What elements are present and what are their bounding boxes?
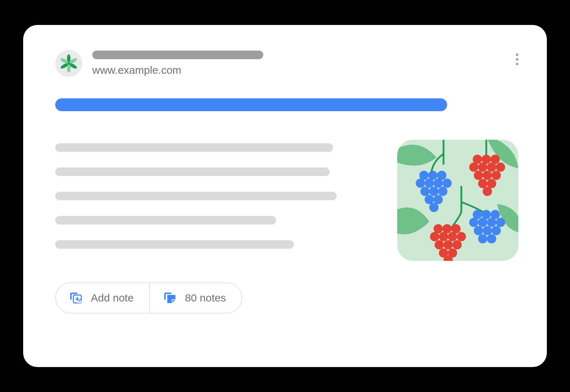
search-result-card: www.example.com bbox=[23, 25, 547, 367]
svg-point-25 bbox=[478, 163, 487, 172]
svg-point-54 bbox=[444, 240, 453, 249]
actions-bar: Add note 80 notes bbox=[55, 282, 242, 314]
add-note-label: Add note bbox=[91, 292, 134, 304]
svg-point-52 bbox=[457, 232, 466, 241]
svg-point-26 bbox=[487, 163, 496, 172]
svg-point-29 bbox=[483, 171, 492, 180]
add-note-icon bbox=[69, 292, 82, 304]
snippet-line bbox=[55, 192, 337, 200]
site-info: www.example.com bbox=[92, 51, 263, 76]
svg-point-32 bbox=[487, 179, 496, 188]
svg-point-19 bbox=[434, 195, 443, 204]
svg-point-28 bbox=[474, 171, 483, 180]
svg-point-42 bbox=[483, 226, 492, 235]
site-title-placeholder bbox=[92, 51, 263, 59]
add-note-button[interactable]: Add note bbox=[56, 283, 149, 313]
svg-point-40 bbox=[496, 218, 505, 227]
svg-point-43 bbox=[492, 226, 501, 235]
snippet-line bbox=[55, 216, 276, 225]
svg-point-16 bbox=[429, 187, 439, 196]
snippet-line bbox=[55, 240, 294, 249]
notes-icon bbox=[164, 292, 176, 304]
leaf-icon bbox=[60, 55, 78, 72]
svg-point-11 bbox=[416, 179, 425, 188]
svg-point-55 bbox=[452, 240, 462, 249]
svg-point-44 bbox=[478, 234, 487, 243]
svg-point-15 bbox=[420, 187, 430, 196]
notes-count-label: 80 notes bbox=[185, 292, 226, 304]
svg-point-49 bbox=[430, 232, 439, 241]
site-favicon bbox=[55, 50, 82, 77]
svg-point-50 bbox=[439, 232, 448, 241]
snippet-line bbox=[55, 143, 333, 152]
site-url[interactable]: www.example.com bbox=[92, 64, 263, 76]
svg-point-14 bbox=[442, 179, 452, 188]
view-notes-button[interactable]: 80 notes bbox=[149, 283, 242, 313]
svg-point-6 bbox=[68, 62, 70, 65]
result-title-placeholder[interactable] bbox=[55, 98, 447, 111]
snippet-line bbox=[55, 167, 330, 176]
result-header: www.example.com bbox=[55, 50, 518, 77]
svg-point-12 bbox=[425, 179, 434, 188]
result-body bbox=[55, 140, 518, 261]
svg-point-39 bbox=[487, 218, 496, 227]
svg-point-30 bbox=[492, 171, 501, 180]
svg-point-33 bbox=[483, 187, 492, 196]
snippet-placeholder bbox=[55, 140, 376, 249]
svg-point-13 bbox=[434, 179, 443, 188]
more-options-button[interactable] bbox=[516, 53, 518, 65]
svg-point-41 bbox=[474, 226, 483, 235]
svg-point-31 bbox=[478, 179, 487, 188]
svg-point-38 bbox=[478, 218, 487, 227]
svg-point-27 bbox=[496, 163, 505, 172]
svg-point-17 bbox=[438, 187, 447, 196]
svg-point-18 bbox=[425, 195, 434, 204]
svg-point-45 bbox=[487, 234, 496, 243]
berries-icon bbox=[397, 140, 518, 261]
result-thumbnail[interactable] bbox=[397, 140, 518, 261]
svg-point-37 bbox=[469, 218, 478, 227]
svg-point-24 bbox=[469, 163, 478, 172]
svg-point-20 bbox=[429, 203, 439, 212]
svg-point-53 bbox=[435, 240, 444, 249]
svg-point-51 bbox=[448, 232, 457, 241]
